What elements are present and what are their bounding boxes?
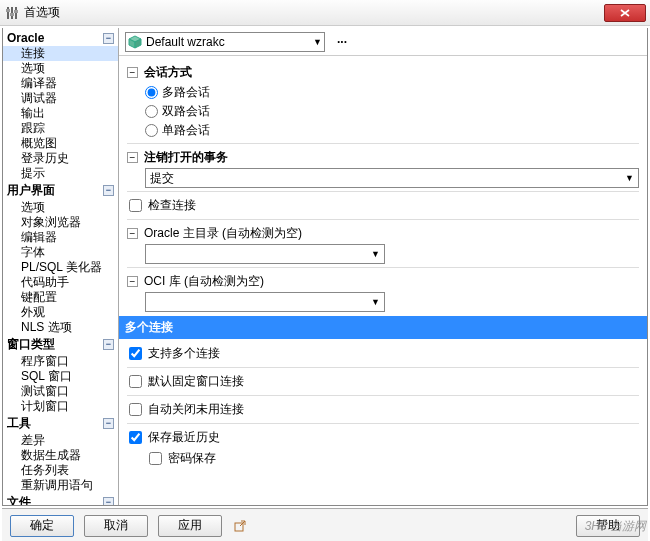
tree-item[interactable]: 计划窗口 (3, 399, 118, 414)
divider (127, 395, 639, 396)
tree-item[interactable]: 输出 (3, 106, 118, 121)
svg-rect-0 (7, 7, 9, 19)
logoff-tx-select[interactable]: 提交 ▼ (145, 168, 639, 188)
tree-item[interactable]: 调试器 (3, 91, 118, 106)
check-connection-label: 检查连接 (148, 197, 196, 214)
divider (127, 423, 639, 424)
profile-select[interactable]: Default wzrakc ▼ (125, 32, 325, 52)
tree-item[interactable]: 连接 (3, 46, 118, 61)
svg-rect-5 (14, 10, 18, 13)
tree-item[interactable]: PL/SQL 美化器 (3, 260, 118, 275)
tree-item[interactable]: SQL 窗口 (3, 369, 118, 384)
close-icon (620, 9, 630, 17)
content-pane: Default wzrakc ▼ ... − 会话方式 多路会话双路会话单路会话… (119, 28, 647, 505)
tree-item[interactable]: NLS 选项 (3, 320, 118, 335)
collapse-icon[interactable]: − (127, 152, 138, 163)
tree-item[interactable]: 选项 (3, 61, 118, 76)
session-mode-radio[interactable] (145, 124, 158, 137)
minus-icon: − (103, 33, 114, 44)
collapse-icon[interactable]: − (127, 228, 138, 239)
tree-item[interactable]: 字体 (3, 245, 118, 260)
session-mode-option-label: 单路会话 (162, 122, 210, 139)
profile-name: Default wzrakc (146, 35, 225, 49)
default-pin-checkbox[interactable] (129, 375, 142, 388)
tree-group[interactable]: 用户界面− (3, 181, 118, 200)
save-history-checkbox[interactable] (129, 431, 142, 444)
chevron-down-icon: ▼ (313, 37, 322, 47)
minus-icon: − (103, 418, 114, 429)
tree-item[interactable]: 差异 (3, 433, 118, 448)
logoff-tx-value: 提交 (150, 170, 174, 187)
cancel-button[interactable]: 取消 (84, 515, 148, 537)
window-title: 首选项 (24, 4, 604, 21)
logoff-tx-label: 注销打开的事务 (144, 149, 228, 166)
preferences-icon (4, 5, 20, 21)
session-mode-option[interactable]: 单路会话 (145, 121, 639, 140)
tree-group[interactable]: 文件− (3, 493, 118, 505)
divider (127, 143, 639, 144)
chevron-down-icon: ▼ (371, 249, 380, 259)
export-icon[interactable] (232, 518, 248, 534)
tree-group[interactable]: Oracle− (3, 30, 118, 46)
tree-group[interactable]: 工具− (3, 414, 118, 433)
profile-more-button[interactable]: ... (331, 32, 353, 52)
tree-item[interactable]: 代码助手 (3, 275, 118, 290)
cube-icon (128, 35, 142, 49)
support-multi-label: 支持多个连接 (148, 345, 220, 362)
tree-item[interactable]: 键配置 (3, 290, 118, 305)
chevron-down-icon: ▼ (371, 297, 380, 307)
tree-item[interactable]: 选项 (3, 200, 118, 215)
tree-item[interactable]: 编辑器 (3, 230, 118, 245)
sidebar[interactable]: Oracle−连接选项编译器调试器输出跟踪概览图登录历史提示用户界面−选项对象浏… (3, 28, 119, 505)
save-pwd-checkbox[interactable] (149, 452, 162, 465)
save-history-label: 保存最近历史 (148, 429, 220, 446)
tree-item[interactable]: 概览图 (3, 136, 118, 151)
tree-item[interactable]: 提示 (3, 166, 118, 181)
help-button[interactable]: 帮助 (576, 515, 640, 537)
divider (127, 191, 639, 192)
svg-rect-4 (10, 13, 14, 16)
tree-item[interactable]: 外观 (3, 305, 118, 320)
minus-icon: − (103, 339, 114, 350)
footer: 确定 取消 应用 帮助 (2, 508, 648, 541)
tree-item[interactable]: 对象浏览器 (3, 215, 118, 230)
support-multi-checkbox[interactable] (129, 347, 142, 360)
ok-button[interactable]: 确定 (10, 515, 74, 537)
tree-item[interactable]: 测试窗口 (3, 384, 118, 399)
tree-item[interactable]: 跟踪 (3, 121, 118, 136)
session-mode-option-label: 多路会话 (162, 84, 210, 101)
divider (127, 367, 639, 368)
tree-item[interactable]: 程序窗口 (3, 354, 118, 369)
session-mode-label: 会话方式 (144, 64, 192, 81)
multi-conn-header: 多个连接 (119, 316, 647, 339)
session-mode-option[interactable]: 多路会话 (145, 83, 639, 102)
close-button[interactable] (604, 4, 646, 22)
minus-icon: − (103, 185, 114, 196)
session-mode-option[interactable]: 双路会话 (145, 102, 639, 121)
check-connection-checkbox[interactable] (129, 199, 142, 212)
svg-rect-3 (6, 9, 10, 12)
tree-item[interactable]: 编译器 (3, 76, 118, 91)
auto-close-label: 自动关闭未用连接 (148, 401, 244, 418)
apply-button[interactable]: 应用 (158, 515, 222, 537)
session-mode-group: 多路会话双路会话单路会话 (127, 83, 639, 140)
collapse-icon[interactable]: − (127, 276, 138, 287)
oracle-home-select[interactable]: ▼ (145, 244, 385, 264)
session-mode-option-label: 双路会话 (162, 103, 210, 120)
session-mode-radio[interactable] (145, 86, 158, 99)
chevron-down-icon: ▼ (625, 173, 634, 183)
session-mode-radio[interactable] (145, 105, 158, 118)
settings-panel: − 会话方式 多路会话双路会话单路会话 − 注销打开的事务 提交 ▼ 检查连接 (119, 56, 647, 505)
tree-item[interactable]: 重新调用语句 (3, 478, 118, 493)
tree-item[interactable]: 任务列表 (3, 463, 118, 478)
tree-group[interactable]: 窗口类型− (3, 335, 118, 354)
nav-tree: Oracle−连接选项编译器调试器输出跟踪概览图登录历史提示用户界面−选项对象浏… (3, 28, 118, 505)
auto-close-checkbox[interactable] (129, 403, 142, 416)
oci-lib-select[interactable]: ▼ (145, 292, 385, 312)
collapse-icon[interactable]: − (127, 67, 138, 78)
default-pin-label: 默认固定窗口连接 (148, 373, 244, 390)
oracle-home-label: Oracle 主目录 (自动检测为空) (144, 225, 302, 242)
profile-bar: Default wzrakc ▼ ... (119, 28, 647, 56)
tree-item[interactable]: 登录历史 (3, 151, 118, 166)
tree-item[interactable]: 数据生成器 (3, 448, 118, 463)
